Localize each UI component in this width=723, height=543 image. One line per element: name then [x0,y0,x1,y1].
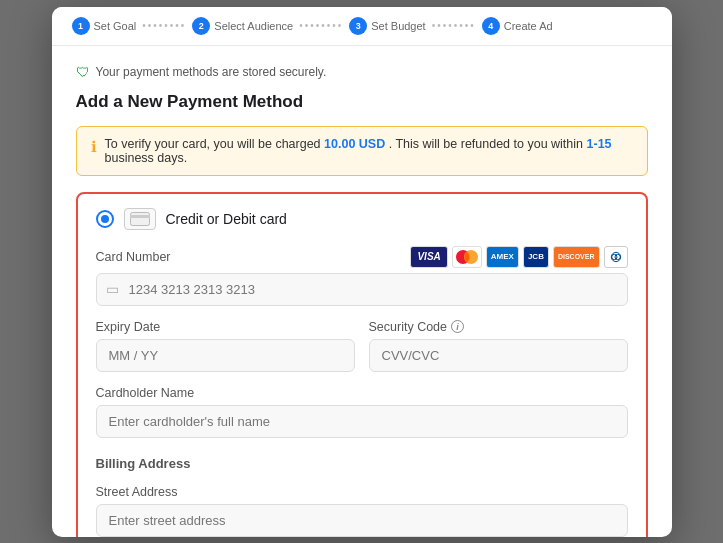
discover-logo: DISCOVER [553,246,600,268]
info-text-middle: . This will be refunded to you within [389,137,583,151]
info-text-before: To verify your card, you will be charged [105,137,321,151]
step-4-circle: 4 [482,17,500,35]
step-dots-2: •••••••• [299,20,343,31]
svg-point-4 [611,252,620,261]
info-icon: ℹ [91,138,97,156]
stepper-bar: 1 Set Goal •••••••• 2 Select Audience ••… [52,7,672,46]
step-dots-1: •••••••• [142,20,186,31]
form-section: Card Number VISA AMEX [96,246,628,537]
visa-logo: VISA [410,246,447,268]
street-label: Street Address [96,485,628,499]
step-1-label: Set Goal [94,20,137,32]
security-group: Security Code i [369,320,628,372]
cardholder-label: Cardholder Name [96,386,628,400]
info-text-after: business days. [105,151,188,165]
mastercard-logo [452,246,482,268]
step-4-label: Create Ad [504,20,553,32]
radio-dot [101,215,109,223]
modal-body: 🛡 Your payment methods are stored secure… [52,46,672,537]
svg-point-6 [615,254,620,259]
secure-badge: 🛡 Your payment methods are stored secure… [76,64,648,80]
step-2-circle: 2 [192,17,210,35]
step-dots-3: •••••••• [432,20,476,31]
info-amount: 10.00 USD [324,137,385,151]
svg-rect-0 [130,212,149,225]
card-type-icon [124,208,156,230]
info-days: 1-15 [587,137,612,151]
card-logos: VISA AMEX JCB DISCOVER [410,246,627,268]
secure-text: Your payment methods are stored securely… [96,65,327,79]
amex-logo: AMEX [486,246,519,268]
step-4: 4 Create Ad [482,17,553,35]
payment-method-label: Credit or Debit card [166,211,287,227]
card-input-icon: ▭ [106,281,119,297]
security-input[interactable] [369,339,628,372]
svg-rect-1 [130,215,150,218]
expiry-group: Expiry Date [96,320,355,372]
payment-method-header: Credit or Debit card [96,208,628,230]
step-3-circle: 3 [349,17,367,35]
step-3: 3 Set Budget [349,17,425,35]
street-input[interactable] [96,504,628,537]
card-number-input-wrapper: ▭ [96,273,628,306]
payment-card: Credit or Debit card Card Number VISA [76,192,648,537]
shield-icon: 🛡 [76,64,90,80]
jcb-logo: JCB [523,246,549,268]
step-2: 2 Select Audience [192,17,293,35]
billing-section-label: Billing Address [96,456,628,471]
cardholder-input[interactable] [96,405,628,438]
expiry-label: Expiry Date [96,320,355,334]
card-number-group: Card Number VISA AMEX [96,246,628,306]
payment-radio[interactable] [96,210,114,228]
card-number-input[interactable] [96,273,628,306]
modal-title: Add a New Payment Method [76,92,648,112]
security-label: Security Code [369,320,448,334]
card-number-label: Card Number [96,250,171,264]
step-2-label: Select Audience [214,20,293,32]
security-label-row: Security Code i [369,320,628,334]
expiry-input[interactable] [96,339,355,372]
diners-logo [604,246,628,268]
info-banner: ℹ To verify your card, you will be charg… [76,126,648,176]
step-1: 1 Set Goal [72,17,137,35]
security-info-icon[interactable]: i [451,320,464,333]
cardholder-group: Cardholder Name [96,386,628,438]
card-number-label-row: Card Number VISA AMEX [96,246,628,268]
step-1-circle: 1 [72,17,90,35]
payment-modal: 1 Set Goal •••••••• 2 Select Audience ••… [52,7,672,537]
info-text: To verify your card, you will be charged… [105,137,633,165]
expiry-security-row: Expiry Date Security Code i [96,320,628,372]
street-group: Street Address [96,485,628,537]
billing-group: Billing Address [96,452,628,471]
step-3-label: Set Budget [371,20,425,32]
